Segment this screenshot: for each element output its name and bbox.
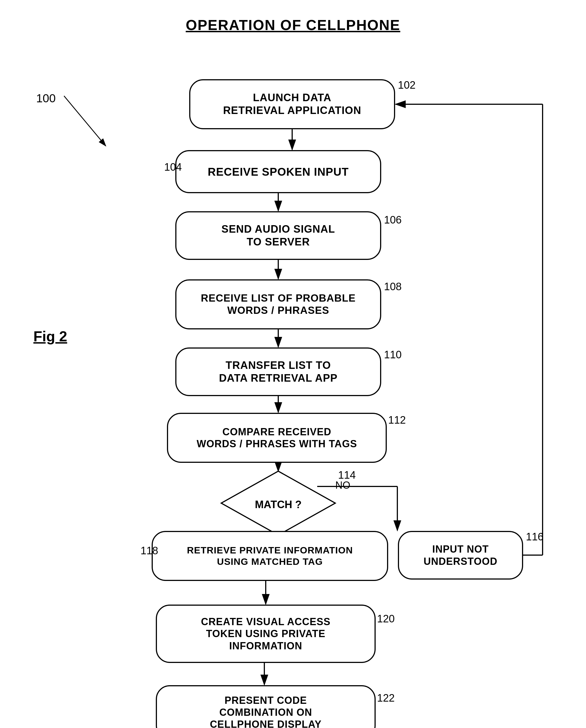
- box-116: INPUT NOTUNDERSTOOD: [398, 531, 523, 579]
- page-title: OPERATION OF CELLPHONE: [0, 0, 586, 33]
- ref-122: 122: [377, 692, 395, 704]
- box-106: SEND AUDIO SIGNALTO SERVER: [175, 211, 381, 260]
- ref-102: 102: [398, 79, 415, 91]
- box-122: PRESENT CODECOMBINATION ONCELLPHONE DISP…: [156, 685, 376, 728]
- box-102: LAUNCH DATARETRIEVAL APPLICATION: [189, 79, 395, 129]
- ref-118: 118: [141, 545, 158, 557]
- box-108: RECEIVE LIST OF PROBABLEWORDS / PHRASES: [175, 279, 381, 330]
- svg-line-17: [64, 96, 106, 146]
- ref-112: 112: [388, 414, 406, 426]
- fig-label: Fig 2: [33, 328, 67, 345]
- ref-106: 106: [384, 214, 401, 226]
- ref-104: 104: [164, 161, 182, 173]
- ref-120: 120: [377, 613, 395, 625]
- box-112: COMPARE RECEIVEDWORDS / PHRASES WITH TAG…: [167, 413, 387, 463]
- ref-116: 116: [526, 531, 543, 543]
- no-label: NO: [335, 479, 350, 491]
- box-110: TRANSFER LIST TODATA RETRIEVAL APP: [175, 347, 381, 396]
- ref-110: 110: [384, 349, 401, 361]
- ref-108: 108: [384, 281, 401, 293]
- box-104: RECEIVE SPOKEN INPUT: [175, 150, 381, 193]
- svg-text:MATCH ?: MATCH ?: [255, 499, 302, 510]
- box-118: RETRIEVE PRIVATE INFORMATIONUSING MATCHE…: [152, 531, 388, 581]
- box-120: CREATE VISUAL ACCESSTOKEN USING PRIVATEI…: [156, 604, 376, 663]
